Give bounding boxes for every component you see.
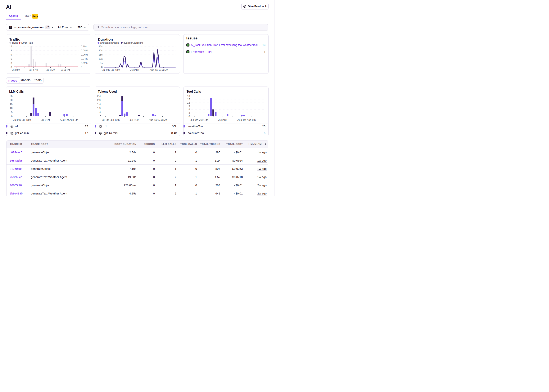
svg-text:6: 6 <box>188 108 190 111</box>
svg-text:9: 9 <box>188 105 190 108</box>
svg-text:Jul 13th: Jul 13th <box>22 119 31 121</box>
svg-text:15k: 15k <box>97 103 101 105</box>
svg-text:Tokens Used: Tokens Used <box>98 90 117 93</box>
svg-text:0: 0 <box>81 66 82 69</box>
svg-text:gpt-4o-mini: gpt-4o-mini <box>15 131 29 134</box>
svg-text:0.08%: 0.08% <box>81 49 88 52</box>
svg-text:Jul 9th: Jul 9th <box>12 69 20 71</box>
svg-text:20: 20 <box>10 98 13 101</box>
svg-text:Jul 21st: Jul 21st <box>218 119 227 121</box>
svg-text:18: 18 <box>187 95 190 98</box>
svg-text:N: N <box>10 26 11 28</box>
svg-text:10: 10 <box>10 107 13 110</box>
svg-text:Jul 21st: Jul 21st <box>129 119 138 121</box>
svg-text:Jul 9th: Jul 9th <box>13 119 21 121</box>
svg-text:15: 15 <box>10 103 13 105</box>
svg-text:p95(span.duration): p95(span.duration) <box>124 42 143 44</box>
svg-text:avg(span.duration): avg(span.duration) <box>100 42 119 44</box>
svg-text:Jul 9th: Jul 9th <box>190 119 198 121</box>
svg-text:Jul 9th: Jul 9th <box>102 119 109 121</box>
svg-text:0: 0 <box>11 115 13 118</box>
svg-text:10k: 10k <box>97 107 101 110</box>
svg-text:15: 15 <box>9 45 12 48</box>
svg-text:25k: 25k <box>97 95 101 98</box>
svg-text:0.06%: 0.06% <box>81 53 88 56</box>
svg-text:0.1%: 0.1% <box>81 45 86 48</box>
svg-text:8.4k: 8.4k <box>171 131 177 134</box>
svg-text:0: 0 <box>188 115 190 118</box>
svg-text:Aug 1st: Aug 1st <box>60 119 69 121</box>
svg-text:10s: 10s <box>99 57 102 60</box>
svg-text:Aug 1st: Aug 1st <box>149 119 157 121</box>
svg-text:5k: 5k <box>99 111 101 113</box>
svg-text:25: 25 <box>10 95 13 98</box>
svg-text:Aug 1st: Aug 1st <box>150 69 158 71</box>
svg-text:17: 17 <box>85 131 88 134</box>
svg-text:0: 0 <box>11 66 12 69</box>
svg-text:Jul 21st: Jul 21st <box>41 119 50 121</box>
svg-text:LLM Calls: LLM Calls <box>9 90 24 93</box>
svg-text:Jul 17th: Jul 17th <box>29 69 38 71</box>
svg-text:gpt-4o-mini: gpt-4o-mini <box>104 131 118 134</box>
svg-text:12: 12 <box>9 49 12 52</box>
svg-text:15s: 15s <box>99 53 102 56</box>
svg-text:0: 0 <box>101 66 102 69</box>
svg-text:Jul 13th: Jul 13th <box>111 119 120 121</box>
svg-text:Runs: Runs <box>12 41 18 44</box>
svg-text:3: 3 <box>188 112 190 114</box>
svg-text:Jul 9th: Jul 9th <box>102 69 110 71</box>
svg-text:20k: 20k <box>97 98 101 101</box>
svg-text:Aug 1st: Aug 1st <box>237 119 246 121</box>
svg-text:0.04%: 0.04% <box>81 57 88 60</box>
svg-text:3: 3 <box>11 62 12 64</box>
svg-text:Jul 21st: Jul 21st <box>130 69 139 71</box>
svg-text:Aug 5th: Aug 5th <box>158 119 167 121</box>
svg-text:o1: o1 <box>15 125 18 128</box>
svg-text:Traffic: Traffic <box>9 37 20 41</box>
svg-text:Aug 5th: Aug 5th <box>159 69 168 71</box>
svg-text:weatherTool: weatherTool <box>187 125 203 128</box>
svg-text:Jul 13th: Jul 13th <box>111 69 120 71</box>
svg-text:Aug 5th: Aug 5th <box>247 119 256 121</box>
svg-text:calculateTool: calculateTool <box>188 131 204 134</box>
svg-text:0.02%: 0.02% <box>81 62 88 64</box>
svg-text:25s: 25s <box>99 45 102 48</box>
svg-text:35: 35 <box>85 125 88 128</box>
svg-text:Jul 13th: Jul 13th <box>199 119 208 121</box>
svg-text:5s: 5s <box>100 62 102 64</box>
svg-text:Duration: Duration <box>98 37 113 41</box>
svg-text:Aug 1st: Aug 1st <box>61 69 70 71</box>
svg-text:Error Rate: Error Rate <box>21 41 33 44</box>
svg-text:6: 6 <box>264 131 265 134</box>
svg-text:30k: 30k <box>172 125 177 128</box>
svg-text:26: 26 <box>262 125 265 128</box>
svg-text:o1: o1 <box>104 125 107 128</box>
svg-text:12: 12 <box>187 101 190 104</box>
svg-text:Aug 5th: Aug 5th <box>69 119 78 121</box>
svg-text:Jul 25th: Jul 25th <box>46 69 55 71</box>
svg-text:6: 6 <box>11 57 12 60</box>
svg-text:9: 9 <box>11 53 12 56</box>
svg-text:0: 0 <box>100 115 101 118</box>
svg-text:Tool Calls: Tool Calls <box>186 90 201 93</box>
svg-text:5: 5 <box>11 111 13 113</box>
svg-text:15: 15 <box>187 98 190 101</box>
svg-text:20s: 20s <box>99 49 102 52</box>
